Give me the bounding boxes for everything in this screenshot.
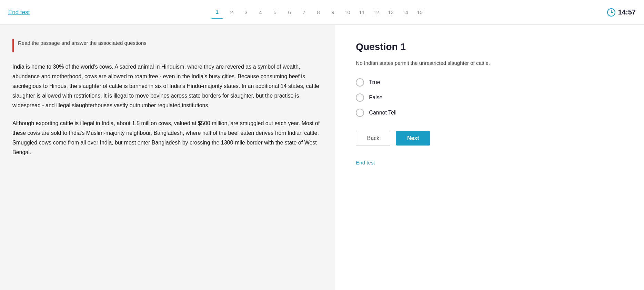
option-cannot-tell-label: Cannot Tell [369,110,396,116]
passage-paragraph-2: Although exporting cattle is illegal in … [12,119,322,157]
passage-paragraph-1: India is home to 30% of the world's cows… [12,62,322,110]
q-num-6[interactable]: 6 [283,6,296,19]
question-nav: 123456789101112131415 [211,6,426,19]
back-button[interactable]: Back [356,131,390,146]
q-num-15[interactable]: 15 [414,6,426,19]
timer-icon [607,8,615,17]
q-num-9[interactable]: 9 [327,6,339,19]
radio-false[interactable] [356,93,364,102]
red-bar-decoration [12,39,14,52]
timer-display: 14:57 [607,8,636,17]
passage-instruction: Read the passage and answer the associat… [12,39,322,52]
q-num-5[interactable]: 5 [269,6,281,19]
next-button[interactable]: Next [396,131,430,146]
q-num-12[interactable]: 12 [370,6,383,19]
option-true[interactable]: True [356,78,623,87]
timer-value: 14:57 [618,8,636,16]
option-false-label: False [369,94,382,101]
instruction-text: Read the passage and answer the associat… [18,39,147,47]
option-cannot-tell[interactable]: Cannot Tell [356,109,623,117]
left-panel: Read the passage and answer the associat… [0,25,335,290]
options-list: True False Cannot Tell [356,78,623,117]
q-num-4[interactable]: 4 [254,6,267,19]
right-panel: Question 1 No Indian states permit the u… [335,25,644,290]
q-num-14[interactable]: 14 [399,6,412,19]
q-num-8[interactable]: 8 [312,6,325,19]
end-test-bottom-link[interactable]: End test [356,160,623,166]
q-num-2[interactable]: 2 [225,6,238,19]
radio-true[interactable] [356,78,364,87]
question-title: Question 1 [356,41,623,52]
q-num-1[interactable]: 1 [211,6,223,19]
top-nav: End test 123456789101112131415 14:57 [0,0,644,25]
option-false[interactable]: False [356,93,623,102]
end-test-link[interactable]: End test [8,9,30,16]
q-num-10[interactable]: 10 [341,6,354,19]
question-text: No Indian states permit the unrestricted… [356,59,623,67]
button-row: Back Next [356,131,623,146]
option-true-label: True [369,79,380,86]
radio-cannot-tell[interactable] [356,109,364,117]
q-num-3[interactable]: 3 [240,6,252,19]
q-num-13[interactable]: 13 [385,6,397,19]
q-num-7[interactable]: 7 [298,6,310,19]
main-layout: Read the passage and answer the associat… [0,25,644,290]
q-num-11[interactable]: 11 [356,6,368,19]
passage-body: India is home to 30% of the world's cows… [12,62,322,157]
